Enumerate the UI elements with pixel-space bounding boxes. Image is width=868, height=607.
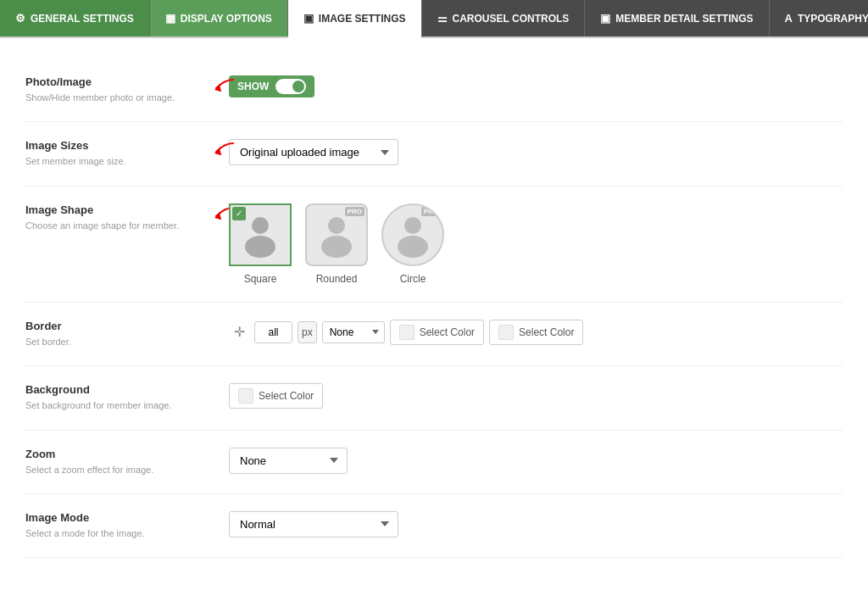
image-shape-label-section: Image Shape Choose an image shape for me… (25, 203, 212, 232)
shape-options: ✓ Square PRO (229, 203, 444, 285)
person-icon-circle (392, 211, 434, 258)
svg-point-4 (245, 236, 275, 258)
border-unit: px (298, 321, 317, 343)
border-size-input[interactable] (254, 321, 292, 343)
nav-tabs: ⚙ General Settings ▦ Display Options ▣ I… (0, 0, 868, 38)
main-content: Photo/Image Show/Hide member photo or im… (0, 38, 868, 578)
image-mode-row: Image Mode Select a mode for the image. … (25, 494, 843, 558)
image-icon: ▣ (303, 12, 314, 25)
toggle-switch[interactable] (275, 79, 306, 94)
shape-rounded-img: PRO (305, 203, 368, 266)
border-color2-label: Select Color (519, 326, 574, 338)
photo-row: Photo/Image Show/Hide member photo or im… (25, 58, 843, 122)
circle-pro-badge: PRO (421, 207, 441, 216)
image-mode-control: Normal Grayscale Sepia Blur (229, 511, 843, 537)
toggle-label: SHOW (237, 81, 269, 92)
tab-general[interactable]: ⚙ General Settings (0, 0, 150, 36)
border-color1-label: Select Color (420, 326, 475, 338)
image-mode-description: Select a mode for the image. (25, 527, 212, 540)
carousel-icon: ⚌ (437, 12, 448, 25)
tab-display[interactable]: ▦ Display Options (150, 0, 288, 36)
shape-circle-label: Circle (400, 273, 426, 285)
photo-toggle[interactable]: SHOW (229, 75, 314, 97)
background-control: Select Color (229, 383, 843, 409)
svg-point-3 (252, 217, 269, 234)
border-control: ✛ px None Solid Dashed Dotted Select Col… (229, 320, 843, 345)
border-description: Set border. (25, 336, 212, 348)
display-icon: ▦ (165, 12, 175, 25)
background-description: Set background for member image. (25, 399, 212, 412)
tab-carousel[interactable]: ⚌ Carousel Controls (422, 0, 586, 36)
arrow-sizes (208, 139, 237, 164)
border-label: Border (25, 320, 212, 332)
border-color1-btn[interactable]: Select Color (390, 320, 484, 345)
rounded-pro-badge: PRO (345, 207, 364, 216)
bg-color-swatch (238, 388, 253, 404)
image-shape-description: Choose an image shape for member. (25, 220, 212, 232)
image-sizes-control: Original uploaded image Thumbnail Medium… (229, 139, 843, 165)
typography-icon: A (785, 12, 793, 25)
move-icon[interactable]: ✛ (229, 322, 249, 342)
svg-point-7 (404, 217, 421, 234)
image-shape-row: Image Shape Choose an image shape for me… (25, 187, 843, 303)
member-icon: ▣ (600, 12, 610, 25)
person-icon-rounded (315, 211, 358, 258)
background-color-btn[interactable]: Select Color (229, 383, 323, 409)
gear-icon: ⚙ (15, 12, 25, 25)
color-swatch-1 (399, 325, 415, 340)
shape-square-label: Square (244, 273, 277, 285)
color-swatch-2 (498, 325, 514, 340)
shape-checkmark: ✓ (232, 207, 246, 220)
zoom-row: Zoom Select a zoom effect for image. Non… (25, 431, 843, 494)
border-label-section: Border Set border. (25, 320, 212, 348)
image-shape-control: ✓ Square PRO (229, 203, 843, 285)
tab-display-label: Display Options (181, 13, 272, 25)
background-row: Background Set background for member ima… (25, 366, 843, 430)
image-sizes-label-section: Image Sizes Set member image size. (25, 139, 212, 168)
svg-point-6 (321, 236, 352, 258)
border-controls-group: ✛ px None Solid Dashed Dotted Select Col… (229, 320, 583, 345)
tab-typography-label: Typography (798, 13, 868, 25)
image-mode-select[interactable]: Normal Grayscale Sepia Blur (229, 511, 398, 537)
shape-circle-img: PRO (381, 203, 444, 266)
svg-point-5 (328, 217, 345, 234)
zoom-control: None Zoom In Zoom Out (229, 448, 843, 474)
shape-circle[interactable]: PRO Circle (381, 203, 444, 285)
zoom-description: Select a zoom effect for image. (25, 464, 212, 476)
photo-description: Show/Hide member photo or image. (25, 92, 212, 104)
shape-square-img: ✓ (229, 203, 292, 266)
border-row: Border Set border. ✛ px None Solid Dashe… (25, 303, 843, 366)
shape-square[interactable]: ✓ Square (229, 203, 292, 285)
tab-image[interactable]: ▣ Image Settings (288, 0, 422, 38)
tab-carousel-label: Carousel Controls (453, 13, 570, 25)
background-color-label: Select Color (259, 390, 314, 402)
border-color2-btn[interactable]: Select Color (489, 320, 583, 345)
image-mode-label-section: Image Mode Select a mode for the image. (25, 511, 212, 540)
background-label-section: Background Set background for member ima… (25, 383, 212, 412)
shape-rounded-label: Rounded (316, 273, 358, 285)
photo-label-section: Photo/Image Show/Hide member photo or im… (25, 75, 212, 104)
arrow-photo (208, 75, 237, 101)
image-sizes-description: Set member image size. (25, 155, 212, 168)
zoom-select[interactable]: None Zoom In Zoom Out (229, 448, 348, 474)
tab-member-label: Member Detail Settings (615, 13, 753, 25)
photo-control: SHOW (229, 75, 843, 97)
zoom-label: Zoom (25, 448, 212, 460)
svg-point-8 (398, 236, 428, 258)
tab-typography[interactable]: A Typography (770, 0, 868, 36)
image-mode-label: Image Mode (25, 511, 212, 524)
shape-rounded[interactable]: PRO Rounded (305, 203, 368, 285)
image-sizes-label: Image Sizes (25, 139, 212, 152)
image-sizes-select[interactable]: Original uploaded image Thumbnail Medium… (229, 139, 398, 165)
tab-general-label: General Settings (31, 13, 134, 25)
tab-member[interactable]: ▣ Member Detail Settings (585, 0, 769, 36)
photo-label: Photo/Image (25, 75, 212, 88)
border-style-select[interactable]: None Solid Dashed Dotted (322, 321, 385, 343)
image-sizes-row: Image Sizes Set member image size. Origi… (25, 122, 843, 186)
image-shape-label: Image Shape (25, 203, 212, 216)
zoom-label-section: Zoom Select a zoom effect for image. (25, 448, 212, 476)
tab-image-label: Image Settings (319, 13, 406, 25)
background-label: Background (25, 383, 212, 396)
